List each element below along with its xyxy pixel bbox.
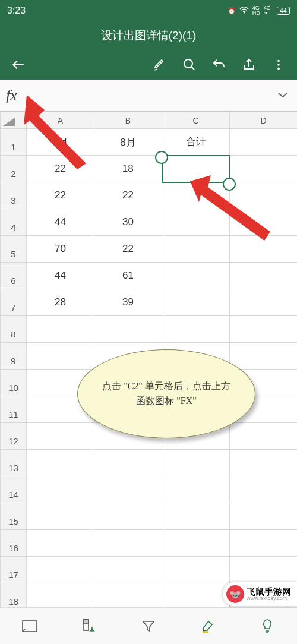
cell[interactable] bbox=[230, 423, 298, 450]
search-button[interactable] bbox=[177, 52, 202, 77]
hint-button[interactable] bbox=[255, 614, 279, 638]
annotation-callout: 点击 "C2" 单元格后，点击上方函数图标 "FX" bbox=[77, 349, 255, 438]
cell[interactable] bbox=[94, 583, 162, 610]
selection-handle-tl[interactable] bbox=[155, 151, 168, 164]
watermark-title: 飞鼠手游网 bbox=[247, 587, 291, 596]
cell[interactable] bbox=[230, 503, 298, 530]
document-title: 设计出图详情(2)(1) bbox=[0, 21, 297, 50]
cell[interactable] bbox=[162, 289, 230, 316]
cell[interactable]: 44 bbox=[27, 263, 94, 289]
row-header[interactable]: 14 bbox=[1, 476, 27, 503]
signal-4g-icon-1: 4GHD bbox=[252, 5, 260, 16]
more-menu-button[interactable] bbox=[266, 52, 291, 77]
cell[interactable] bbox=[230, 557, 298, 583]
row-header[interactable]: 13 bbox=[1, 450, 27, 476]
row-header[interactable]: 8 bbox=[1, 316, 27, 343]
row-header[interactable]: 6 bbox=[1, 263, 27, 289]
cell[interactable] bbox=[162, 557, 230, 583]
row-header[interactable]: 18 bbox=[1, 583, 27, 610]
back-button[interactable] bbox=[6, 52, 31, 77]
cell[interactable] bbox=[162, 530, 230, 557]
cell[interactable]: 28 bbox=[27, 289, 94, 316]
formula-expand-button[interactable] bbox=[274, 90, 291, 101]
table-row: 7 28 39 bbox=[1, 289, 298, 316]
cell[interactable] bbox=[27, 423, 94, 450]
cell[interactable]: 70 bbox=[27, 236, 94, 263]
cell[interactable] bbox=[94, 503, 162, 530]
status-bar: 3:23 ⏰ 4GHD 4G▫▪ 44 bbox=[0, 0, 297, 21]
cell[interactable] bbox=[27, 316, 94, 343]
cell[interactable] bbox=[162, 503, 230, 530]
cell[interactable] bbox=[162, 316, 230, 343]
bottom-toolbar bbox=[0, 607, 297, 644]
cell[interactable] bbox=[27, 476, 94, 503]
undo-button[interactable] bbox=[207, 52, 232, 77]
svg-point-0 bbox=[244, 12, 245, 14]
cell[interactable] bbox=[230, 316, 298, 343]
annotation-arrow-1 bbox=[21, 92, 92, 169]
cell[interactable]: 61 bbox=[94, 263, 162, 289]
row-header[interactable]: 10 bbox=[1, 370, 27, 396]
cell[interactable]: 39 bbox=[94, 289, 162, 316]
cell[interactable] bbox=[94, 557, 162, 583]
cell[interactable]: 22 bbox=[94, 236, 162, 263]
cell[interactable] bbox=[27, 583, 94, 610]
svg-point-2 bbox=[277, 60, 280, 62]
cell[interactable]: 30 bbox=[94, 209, 162, 236]
cell[interactable] bbox=[162, 263, 230, 289]
cell[interactable] bbox=[162, 450, 230, 476]
row-header[interactable]: 7 bbox=[1, 289, 27, 316]
cell[interactable] bbox=[230, 450, 298, 476]
cell[interactable] bbox=[27, 450, 94, 476]
insert-column-button[interactable] bbox=[77, 614, 101, 638]
cell[interactable]: 22 bbox=[27, 182, 94, 209]
cell[interactable] bbox=[230, 476, 298, 503]
edit-style-button[interactable] bbox=[147, 52, 172, 77]
sheet-view-button[interactable] bbox=[18, 614, 42, 638]
cell[interactable] bbox=[94, 450, 162, 476]
table-row: 6 44 61 bbox=[1, 263, 298, 289]
cell[interactable] bbox=[230, 129, 298, 156]
svg-point-1 bbox=[184, 59, 192, 68]
filter-button[interactable] bbox=[137, 614, 160, 638]
highlight-button[interactable] bbox=[196, 614, 220, 638]
cell[interactable] bbox=[162, 476, 230, 503]
cell[interactable] bbox=[27, 530, 94, 557]
cell[interactable] bbox=[94, 316, 162, 343]
row-header[interactable]: 9 bbox=[1, 343, 27, 370]
col-header-b[interactable]: B bbox=[94, 112, 162, 129]
row-header[interactable]: 3 bbox=[1, 182, 27, 209]
cell[interactable] bbox=[27, 557, 94, 583]
row-header[interactable]: 15 bbox=[1, 503, 27, 530]
col-header-c[interactable]: C bbox=[162, 112, 230, 129]
wifi-icon bbox=[239, 7, 249, 15]
svg-point-3 bbox=[277, 64, 280, 66]
cell[interactable] bbox=[230, 530, 298, 557]
cell[interactable] bbox=[162, 583, 230, 610]
cell[interactable]: 合计 bbox=[162, 129, 230, 156]
col-header-d[interactable]: D bbox=[230, 112, 298, 129]
row-header[interactable]: 5 bbox=[1, 236, 27, 263]
cell[interactable] bbox=[230, 263, 298, 289]
cell[interactable] bbox=[27, 503, 94, 530]
cell[interactable] bbox=[94, 530, 162, 557]
cell[interactable] bbox=[230, 343, 298, 370]
signal-4g-icon-2: 4G▫▪ bbox=[264, 5, 271, 16]
cell[interactable]: 22 bbox=[94, 182, 162, 209]
cell[interactable] bbox=[27, 343, 94, 370]
cell[interactable]: 8月 bbox=[94, 129, 162, 156]
battery-indicator: 44 bbox=[277, 7, 290, 15]
row-header[interactable]: 12 bbox=[1, 423, 27, 450]
cell[interactable]: 18 bbox=[94, 156, 162, 182]
row-header[interactable]: 4 bbox=[1, 209, 27, 236]
alarm-icon: ⏰ bbox=[228, 7, 236, 15]
cell[interactable]: 44 bbox=[27, 209, 94, 236]
table-row: 8 bbox=[1, 316, 298, 343]
row-header[interactable]: 16 bbox=[1, 530, 27, 557]
watermark-logo-icon: 🐭 bbox=[226, 585, 244, 603]
row-header[interactable]: 11 bbox=[1, 396, 27, 423]
row-header[interactable]: 17 bbox=[1, 557, 27, 583]
cell[interactable] bbox=[230, 289, 298, 316]
share-button[interactable] bbox=[236, 52, 261, 77]
cell[interactable] bbox=[94, 476, 162, 503]
